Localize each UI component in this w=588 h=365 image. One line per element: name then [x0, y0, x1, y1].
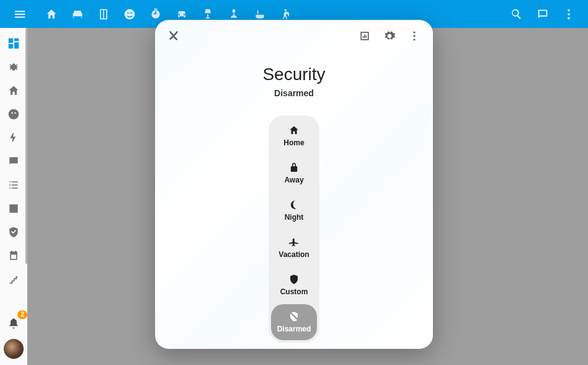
mode-label: Home: [283, 138, 304, 147]
airplane-icon: [288, 237, 300, 248]
mode-away[interactable]: Away: [271, 155, 317, 191]
mode-label: Vacation: [278, 250, 309, 259]
mode-label: Away: [284, 176, 303, 184]
dialog-history-button[interactable]: [352, 24, 377, 48]
mode-night[interactable]: Night: [271, 192, 317, 228]
dialog-close-button[interactable]: [161, 24, 186, 48]
mode-custom[interactable]: Custom: [271, 267, 317, 303]
mode-disarmed[interactable]: Disarmed: [271, 304, 317, 340]
mode-label: Custom: [280, 287, 308, 296]
security-dialog: Security Disarmed Home Away Night: [155, 20, 433, 349]
shield-icon: [288, 274, 300, 285]
moon-icon: [288, 199, 300, 210]
dialog-settings-button[interactable]: [377, 24, 402, 48]
dialog-overflow-button[interactable]: [402, 24, 427, 48]
dialog-subtitle: Disarmed: [155, 88, 433, 98]
dialog-overlay: Security Disarmed Home Away Night: [0, 0, 588, 365]
lock-icon: [288, 162, 300, 173]
shield-off-icon: [288, 311, 300, 322]
mode-label: Night: [285, 213, 304, 222]
mode-vacation[interactable]: Vacation: [271, 230, 317, 266]
alarm-modes: Home Away Night Vacation Custom: [269, 115, 319, 343]
home-icon: [288, 125, 300, 136]
mode-label: Disarmed: [277, 325, 311, 333]
mode-home[interactable]: Home: [271, 118, 317, 154]
dialog-title: Security: [155, 65, 433, 84]
dialog-header: [155, 20, 433, 48]
